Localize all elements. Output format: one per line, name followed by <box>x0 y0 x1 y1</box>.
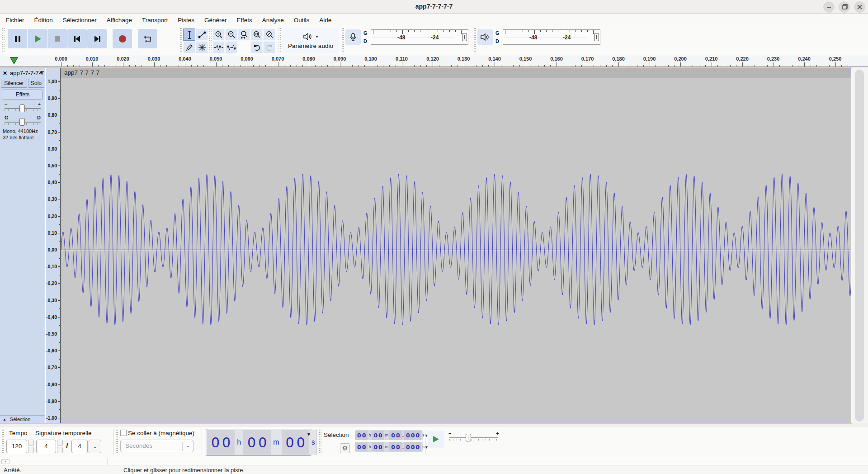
menu-selectionner[interactable]: Sélectionner <box>58 14 102 26</box>
playback-meter-button[interactable] <box>477 29 493 45</box>
zoom-fit-button[interactable] <box>250 28 263 41</box>
redo-button[interactable] <box>263 41 275 53</box>
record-volume-slider[interactable] <box>462 33 467 41</box>
zoom-out-button[interactable] <box>225 28 237 41</box>
playback-meter-gripper[interactable] <box>474 28 476 53</box>
menu-analyse[interactable]: Analyse <box>257 14 289 26</box>
zoom-selection-button[interactable] <box>238 28 250 41</box>
selection-format-caret-icon[interactable]: ▾ <box>425 431 428 440</box>
zoom-toggle-button[interactable] <box>263 28 275 41</box>
menu-pistes[interactable]: Pistes <box>173 14 199 26</box>
record-button[interactable] <box>113 29 132 48</box>
audio-setup-gripper[interactable] <box>278 28 281 53</box>
restore-button[interactable] <box>839 1 850 13</box>
scrollbar-corner-box[interactable]: - <box>1 459 9 464</box>
amplitude-ruler[interactable]: 1,000,900,800,700,600,500,400,300,200,10… <box>46 68 61 423</box>
playback-meter[interactable]: G D -48 -24 <box>477 28 604 47</box>
selection-field-digits[interactable]: 000 <box>404 431 421 440</box>
record-meter-button[interactable] <box>345 29 361 45</box>
selection-field-unit[interactable]: m <box>384 442 390 451</box>
pan-slider-thumb[interactable] <box>19 118 25 126</box>
selection-field-digits[interactable]: 000 <box>404 442 421 451</box>
selection-field-unit[interactable]: h <box>368 431 372 440</box>
minimize-button[interactable] <box>823 1 835 13</box>
menu-transport[interactable]: Transport <box>137 14 173 26</box>
time-toolbar-gripper[interactable] <box>2 430 4 454</box>
time-display-digits[interactable]: 00 <box>243 430 271 455</box>
collapse-track-icon[interactable]: ▲ <box>3 417 6 422</box>
effects-button[interactable]: Effets <box>3 90 42 100</box>
track-panel-footer[interactable]: ▲ Sélection <box>0 415 45 423</box>
selection-field-digits[interactable]: 00 <box>355 442 368 451</box>
solo-button[interactable]: Solo <box>28 79 44 88</box>
skip-to-end-button[interactable] <box>87 29 107 48</box>
audio-position-display[interactable]: 00h00m00s▾ <box>206 429 311 456</box>
timesig-numerator-spinner[interactable] <box>57 440 63 453</box>
selection-field-digits[interactable]: 00 <box>389 442 401 451</box>
timesig-denominator-select[interactable]: 4 <box>71 440 88 453</box>
silence-selection-button[interactable] <box>225 41 237 53</box>
time-display-digits[interactable]: 00 <box>207 430 235 455</box>
vertical-scrollbar[interactable] <box>852 68 868 423</box>
undo-button[interactable] <box>250 41 263 53</box>
trim-outside-button[interactable] <box>212 41 225 53</box>
timesig-denominator-caret[interactable]: ⌄ <box>89 440 101 453</box>
vertical-scrollbar-thumb[interactable] <box>855 70 864 422</box>
timeline-ruler[interactable]: 0,0000,0100,0200,0300,0400,0500,0600,070… <box>0 55 868 67</box>
mute-button[interactable]: Silencer <box>1 79 27 88</box>
selection-field-digits[interactable]: 00 <box>389 431 401 440</box>
selection-field-digits[interactable]: 00 <box>372 431 384 440</box>
recording-meter[interactable]: G D -48 -24 <box>345 28 472 47</box>
menu-affichage[interactable]: Affichage <box>102 14 137 26</box>
selection-format-caret-icon[interactable]: ▾ <box>425 442 428 451</box>
skip-to-start-button[interactable] <box>67 29 87 48</box>
transport-toolbar-gripper[interactable] <box>2 28 5 53</box>
selection-field-digits[interactable]: 00 <box>372 442 384 451</box>
selection-settings-button[interactable]: ⚙ <box>340 443 350 453</box>
selection-end-field[interactable]: 00h00m00.000s▾ <box>355 442 423 452</box>
waveform[interactable] <box>61 78 851 423</box>
selection-field-unit[interactable]: h <box>368 442 372 451</box>
play-speed-slider-thumb[interactable] <box>466 434 471 441</box>
play-speed-slider[interactable]: − + <box>448 431 499 442</box>
menu-fichier[interactable]: Fichier <box>1 14 29 26</box>
tempo-spinner[interactable] <box>28 440 34 453</box>
horizontal-scrollbar-strip[interactable]: - <box>0 458 868 465</box>
close-button[interactable] <box>854 1 865 13</box>
selection-field-digits[interactable]: 00 <box>355 431 368 440</box>
record-meter-gripper[interactable] <box>342 28 344 53</box>
track-control-panel[interactable]: ✕ app7-7-7-7-7 ▼ Silencer Solo Effets − … <box>0 68 45 423</box>
zoom-in-button[interactable] <box>212 28 225 41</box>
gain-slider[interactable]: − + <box>4 102 42 113</box>
timesig-numerator-input[interactable]: 4 <box>36 440 56 453</box>
selection-toolbar-gripper[interactable] <box>319 430 321 454</box>
menu-aide[interactable]: Aide <box>314 14 336 26</box>
loop-button[interactable] <box>138 29 157 48</box>
time-display-unit[interactable]: m <box>271 430 281 455</box>
tools-group-gripper[interactable] <box>209 29 212 52</box>
menu-outils[interactable]: Outils <box>289 14 315 26</box>
tempo-input[interactable]: 120 <box>6 440 27 453</box>
play-button[interactable] <box>28 29 47 48</box>
playhead-triangle-icon[interactable] <box>10 57 19 65</box>
menu-edition[interactable]: Édition <box>29 14 58 26</box>
snap-unit-select[interactable]: Secondes ⌄ <box>120 440 193 452</box>
pause-button[interactable] <box>8 29 27 48</box>
playback-volume-slider[interactable] <box>594 33 599 41</box>
menu-generer[interactable]: Générer <box>199 14 232 26</box>
pan-slider[interactable]: G D <box>4 116 42 127</box>
track-view[interactable]: app7-7-7-7-7 <box>61 68 851 423</box>
menu-effets[interactable]: Effets <box>231 14 257 26</box>
selection-field-unit[interactable]: m <box>384 431 390 440</box>
gain-slider-thumb[interactable] <box>19 104 25 112</box>
envelope-tool-button[interactable] <box>196 28 208 41</box>
clip-title-bar[interactable]: app7-7-7-7-7 <box>61 68 851 78</box>
play-at-speed-button[interactable] <box>428 431 444 448</box>
multi-tool-button[interactable] <box>196 41 208 53</box>
selection-start-field[interactable]: 00h00m00.000s▾ <box>355 430 423 440</box>
stop-button[interactable] <box>47 29 67 48</box>
selection-tool-button[interactable] <box>183 28 195 41</box>
snap-toolbar-gripper[interactable] <box>116 430 118 454</box>
track-close-button[interactable]: ✕ <box>1 70 9 77</box>
time-display-digits[interactable]: 00 <box>282 430 309 455</box>
